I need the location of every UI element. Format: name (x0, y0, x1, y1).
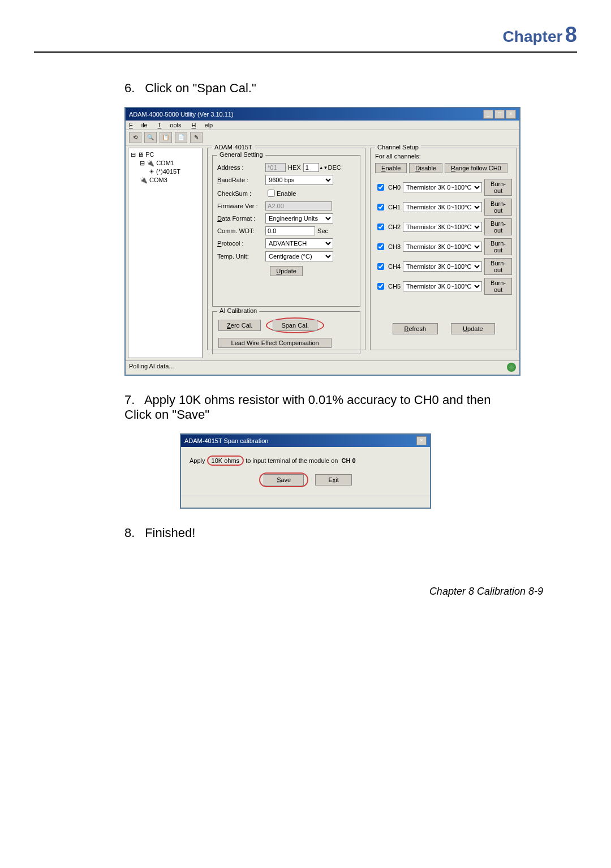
firmware-label: Firmware Ver : (217, 203, 265, 209)
status-icon (507, 363, 516, 372)
address-label: Address : (217, 164, 265, 171)
ch4-range-select[interactable]: Thermistor 3K 0~100°C (403, 261, 482, 272)
ch1-range-select[interactable]: Thermistor 3K 0~100°C (403, 202, 482, 212)
span-cal-highlight: Span Cal. (266, 317, 324, 333)
span-calibration-dialog: ADAM-4015T Span calibration × Apply 10K … (180, 433, 431, 509)
window-title: ADAM-4000-5000 Utility (Ver 3.10.11) (129, 111, 234, 118)
page-footer: Chapter 8 Calibration 8-9 (34, 586, 543, 598)
ch3-burnout-button[interactable]: Burn-out (484, 238, 512, 255)
channel-row-5: CH5 Thermistor 3K 0~100°C Burn-out (375, 278, 512, 295)
checksum-label: CheckSum : (217, 190, 265, 197)
firmware-input (265, 201, 332, 210)
dataformat-label: Data Format : (217, 215, 265, 222)
ch0-checkbox[interactable] (377, 184, 384, 191)
general-update-button[interactable]: Update (270, 266, 302, 276)
maximize-button[interactable]: □ (494, 110, 505, 119)
dataformat-select[interactable]: Engineering Units (265, 213, 333, 224)
enable-all-button[interactable]: Enable (375, 163, 407, 173)
ch1-checkbox[interactable] (377, 204, 384, 210)
address-dec-input[interactable] (303, 163, 319, 172)
ai-calibration-title: AI Calibration (217, 307, 259, 314)
toolbar: ⟲ 🔍 📋 📄 ✎ (126, 130, 519, 145)
tempunit-label: Temp. Unit: (217, 253, 265, 260)
statusbar: Polling AI data... (126, 360, 519, 375)
titlebar: ADAM-4000-5000 Utility (Ver 3.10.11) _ □… (126, 108, 519, 121)
checksum-checkbox[interactable] (268, 190, 275, 197)
channel-update-button[interactable]: Update (451, 323, 494, 334)
ch5-range-select[interactable]: Thermistor 3K 0~100°C (403, 281, 482, 291)
chapter-label: Chapter (503, 28, 563, 45)
tree-com3[interactable]: 🔌 COM3 (131, 176, 200, 184)
ch0-burnout-button[interactable]: Burn-out (484, 179, 512, 196)
step-7: 7. Apply 10K ohms resistor with 0.01% ac… (124, 393, 520, 422)
address-hex-input (265, 163, 286, 172)
channel-refresh-button[interactable]: Refresh (393, 323, 438, 334)
tempunit-select[interactable]: Centigrade (°C) (265, 251, 333, 261)
chapter-header: Chapter 8 (34, 23, 577, 53)
channel-row-3: CH3 Thermistor 3K 0~100°C Burn-out (375, 238, 512, 255)
module-name: ADAM-4015T (212, 144, 255, 151)
utility-window: ADAM-4000-5000 Utility (Ver 3.10.11) _ □… (124, 107, 520, 376)
commwdt-input[interactable] (265, 226, 315, 235)
commwdt-label: Comm. WDT: (217, 227, 265, 234)
baudrate-select[interactable]: 9600 bps (265, 175, 333, 185)
menubar[interactable]: File Tools Help (126, 121, 519, 130)
baudrate-label: BaudRate : (217, 177, 265, 183)
zero-cal-button[interactable]: Zero Cal. (218, 320, 261, 331)
tree-device[interactable]: ☀ (*)4015T (131, 167, 200, 176)
ch4-burnout-button[interactable]: Burn-out (484, 258, 512, 275)
ch5-checkbox[interactable] (377, 283, 384, 290)
ch1-burnout-button[interactable]: Burn-out (484, 199, 512, 216)
apply-label: Apply (190, 457, 205, 464)
resistor-highlight: 10K ohms (207, 456, 244, 466)
menu-help[interactable]: Help (192, 122, 213, 128)
range-follow-button[interactable]: Range follow CH0 (445, 163, 507, 173)
ch2-range-select[interactable]: Thermistor 3K 0~100°C (403, 222, 482, 232)
protocol-select[interactable]: ADVANTECH (265, 238, 333, 248)
menu-tools[interactable]: Tools (158, 122, 182, 128)
dialog-channel: CH 0 (342, 457, 356, 464)
dialog-save-button[interactable]: Save (264, 474, 304, 485)
device-tree[interactable]: ⊟ 🖥 PC ⊟ 🔌 COM1 ☀ (*)4015T 🔌 COM3 (128, 148, 203, 358)
channel-row-0: CH0 Thermistor 3K 0~100°C Burn-out (375, 179, 512, 196)
menu-file[interactable]: File (129, 122, 148, 128)
ch2-burnout-button[interactable]: Burn-out (484, 218, 512, 235)
channel-row-4: CH4 Thermistor 3K 0~100°C Burn-out (375, 258, 512, 275)
disable-all-button[interactable]: Disable (409, 163, 442, 173)
channel-row-1: CH1 Thermistor 3K 0~100°C Burn-out (375, 199, 512, 216)
protocol-label: Protocol : (217, 240, 265, 247)
step-8: 8. Finished! (124, 526, 520, 540)
ch2-checkbox[interactable] (377, 224, 384, 230)
ch3-range-select[interactable]: Thermistor 3K 0~100°C (403, 242, 482, 252)
toolbar-icon-3[interactable]: 📋 (160, 132, 172, 143)
general-setting-title: General Setting (217, 151, 265, 158)
search-icon[interactable]: 🔍 (144, 132, 157, 143)
ch4-checkbox[interactable] (377, 263, 384, 270)
ch0-range-select[interactable]: Thermistor 3K 0~100°C (403, 182, 482, 192)
ch3-checkbox[interactable] (377, 243, 384, 250)
chapter-number: 8 (565, 23, 577, 46)
dialog-exit-button[interactable]: Exit (315, 474, 351, 485)
channel-row-2: CH2 Thermistor 3K 0~100°C Burn-out (375, 218, 512, 235)
toolbar-icon-5[interactable]: ✎ (190, 132, 203, 143)
lead-wire-button[interactable]: Lead Wire Effect Compensation (218, 338, 332, 348)
channel-setup-title: Channel Setup (375, 144, 421, 151)
minimize-button[interactable]: _ (483, 110, 493, 119)
toolbar-icon-1[interactable]: ⟲ (129, 132, 141, 143)
span-cal-button[interactable]: Span Cal. (273, 320, 317, 331)
for-all-label: For all channels: (375, 153, 512, 160)
dialog-text: to input terminal of the module on (246, 457, 338, 464)
close-button[interactable]: × (506, 110, 516, 119)
toolbar-icon-4[interactable]: 📄 (175, 132, 187, 143)
dialog-close-button[interactable]: × (416, 436, 427, 445)
ch5-burnout-button[interactable]: Burn-out (484, 278, 512, 295)
tree-pc[interactable]: ⊟ 🖥 PC (131, 151, 200, 159)
tree-com1[interactable]: ⊟ 🔌 COM1 (131, 159, 200, 167)
status-text: Polling AI data... (129, 363, 174, 373)
dialog-title: ADAM-4015T Span calibration (184, 437, 268, 444)
step-6: 6. Click on "Span Cal." (124, 81, 520, 96)
save-highlight: Save (259, 472, 308, 487)
